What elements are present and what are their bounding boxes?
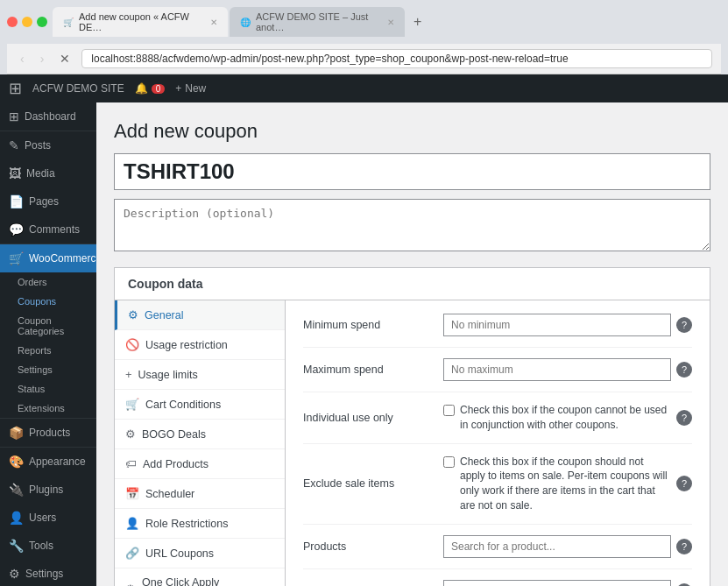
coupon-data-header: Coupon data [115,268,710,300]
admin-bar-site[interactable]: ACFW DEMO SITE [32,82,124,95]
products-label: Products [303,540,443,553]
coupon-nav-add-products[interactable]: 🏷 Add Products [115,449,285,479]
sidebar-item-dashboard[interactable]: ⊞ Dashboard [0,102,96,131]
pages-icon: 📄 [9,194,24,208]
sidebar-sub-status[interactable]: Status [0,379,96,399]
minimize-button[interactable] [22,17,32,27]
exclude-products-search-input[interactable] [443,580,671,586]
posts-icon: ✎ [9,138,19,152]
exclude-sale-checkbox[interactable] [443,456,455,468]
products-icon: 📦 [9,426,24,440]
individual-use-label: Individual use only [303,412,443,424]
woocommerce-icon: 🛒 [9,251,24,265]
individual-use-checkbox-label: Check this box if the coupon cannot be u… [460,403,671,433]
tools-icon: 🔧 [9,539,24,553]
comments-icon: 💬 [9,222,24,237]
forward-button[interactable]: › [36,50,49,67]
maximum-spend-row: Maximum spend ? [303,358,692,392]
maximum-spend-input[interactable] [443,358,671,381]
sidebar-item-pages[interactable]: 📄 Pages [0,187,96,215]
coupon-nav-cart-conditions[interactable]: 🛒 Cart Conditions [115,390,285,420]
exclude-sale-checkbox-label: Check this box if the coupon should not … [460,455,671,513]
coupon-nav-usage-limits[interactable]: + Usage limits [115,360,285,390]
appearance-icon: 🎨 [9,455,24,469]
coupon-nav-one-click[interactable]: ⚙ One Click Apply Notification [115,568,285,586]
maximum-spend-help[interactable]: ? [676,362,692,378]
coupon-nav-role-restrictions[interactable]: 👤 Role Restrictions [115,509,285,539]
media-icon: 🖼 [9,166,21,180]
browser-tab-2[interactable]: 🌐 ACFW DEMO SITE – Just anot… ✕ [230,7,405,37]
exclude-sale-row: Exclude sale items Check this box if the… [303,455,692,525]
sidebar-item-media[interactable]: 🖼 Media [0,159,96,187]
coupon-right-panel: Minimum spend ? Maximum spend ? [286,300,710,586]
minimum-spend-label: Minimum spend [303,319,443,331]
coupon-nav-general[interactable]: ⚙ General [115,300,285,330]
coupon-left-nav: ⚙ General 🚫 Usage restriction + Usage li… [115,300,286,586]
back-button[interactable]: ‹ [16,50,29,67]
exclude-sale-label: Exclude sale items [303,477,443,490]
sidebar-item-tools[interactable]: 🔧 Tools [0,532,96,560]
usage-restriction-nav-icon: 🚫 [125,338,139,351]
admin-bar: ⊞ ACFW DEMO SITE 🔔 0 + New [0,74,728,102]
main-content: Add new coupon Coupon data ⚙ General 🚫 U… [96,102,728,586]
url-coupons-nav-icon: 🔗 [125,547,139,560]
sidebar-item-posts[interactable]: ✎ Posts [0,131,96,159]
sidebar-item-appearance[interactable]: 🎨 Appearance [0,448,96,476]
bogo-deals-nav-icon: ⚙ [125,427,136,441]
sidebar-sub-orders[interactable]: Orders [0,272,96,292]
description-input[interactable] [114,199,710,251]
browser-tab-1[interactable]: 🛒 Add new coupon « ACFW DE… ✕ [53,7,228,37]
exclude-products-row: Exclude products ? [303,580,692,586]
new-tab-button[interactable]: + [406,14,428,30]
sidebar-sub-settings[interactable]: Settings [0,360,96,379]
sidebar-item-comments[interactable]: 💬 Comments [0,215,96,244]
sidebar-item-products[interactable]: 📦 Products [0,419,96,447]
admin-bar-messages[interactable]: 🔔 0 [135,82,166,95]
coupon-nav-url-coupons[interactable]: 🔗 URL Coupons [115,539,285,568]
url-bar[interactable] [81,49,712,68]
general-nav-icon: ⚙ [128,308,138,321]
individual-use-row: Individual use only Check this box if th… [303,403,692,444]
sidebar-item-users[interactable]: 👤 Users [0,504,96,532]
products-help[interactable]: ? [676,539,692,554]
add-products-nav-icon: 🏷 [125,457,137,470]
sidebar-sub-reports[interactable]: Reports [0,341,96,360]
close-tab-1[interactable]: ✕ [210,18,217,27]
refresh-button[interactable]: ✕ [55,50,74,67]
plugins-icon: 🔌 [9,483,24,497]
coupon-code-input[interactable] [114,153,710,190]
individual-use-checkbox[interactable] [443,405,455,416]
cart-conditions-nav-icon: 🛒 [125,398,139,411]
admin-bar-new[interactable]: + New [175,82,206,95]
coupon-nav-usage-restriction[interactable]: 🚫 Usage restriction [115,330,285,360]
maximize-button[interactable] [37,17,47,27]
minimum-spend-row: Minimum spend ? [303,314,692,348]
sidebar-item-woocommerce[interactable]: 🛒 WooCommerce [0,244,96,272]
maximum-spend-label: Maximum spend [303,364,443,376]
dashboard-icon: ⊞ [9,109,19,124]
one-click-nav-icon: ⚙ [125,582,136,587]
products-search-input[interactable] [443,535,671,558]
role-restrictions-nav-icon: 👤 [125,517,139,530]
coupon-nav-bogo-deals[interactable]: ⚙ BOGO Deals [115,420,285,449]
minimum-spend-input[interactable] [443,314,671,336]
close-tab-2[interactable]: ✕ [387,18,394,27]
coupon-nav-scheduler[interactable]: 📅 Scheduler [115,479,285,509]
scheduler-nav-icon: 📅 [125,487,139,500]
sidebar-item-settings[interactable]: ⚙ Settings [0,560,96,586]
sidebar-item-plugins[interactable]: 🔌 Plugins [0,476,96,504]
sidebar-sub-coupons[interactable]: Coupons [0,292,96,311]
sidebar-sub-extensions[interactable]: Extensions [0,399,96,418]
exclude-sale-help[interactable]: ? [676,476,692,491]
usage-limits-nav-icon: + [125,368,132,381]
users-icon: 👤 [9,511,24,525]
page-title: Add new coupon [114,120,710,143]
individual-use-help[interactable]: ? [676,410,692,426]
close-button[interactable] [7,17,18,27]
settings-icon: ⚙ [9,567,20,581]
sidebar-sub-coupon-categories[interactable]: Coupon Categories [0,311,96,341]
coupon-data-box: Coupon data ⚙ General 🚫 Usage restrictio… [114,267,710,586]
minimum-spend-help[interactable]: ? [676,317,692,333]
wp-logo[interactable]: ⊞ [9,79,22,98]
sidebar: ⊞ Dashboard ✎ Posts 🖼 Media 📄 Pages 💬 Co… [0,102,96,586]
